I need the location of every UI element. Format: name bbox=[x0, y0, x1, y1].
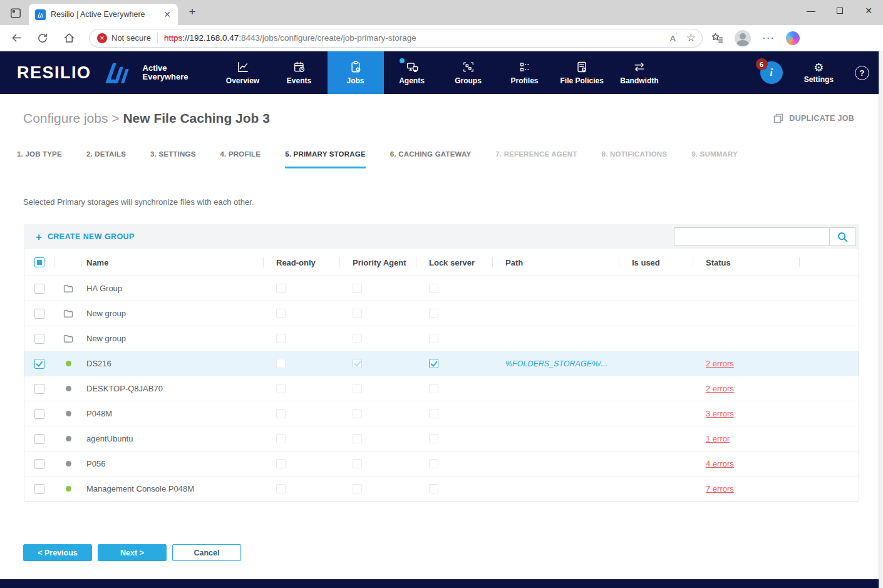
refresh-icon[interactable] bbox=[33, 28, 53, 48]
browser-toolbar: ✕ Not secure https://192.168.0.47:8443/j… bbox=[0, 25, 883, 51]
window-minimize-button[interactable]: — bbox=[797, 0, 825, 21]
groups-icon bbox=[462, 61, 475, 73]
priority-agent-checkbox bbox=[353, 284, 362, 293]
read-only-checkbox bbox=[276, 284, 286, 293]
browser-scrollbar[interactable] bbox=[879, 51, 883, 588]
search-button[interactable] bbox=[829, 228, 855, 245]
browser-tab[interactable]: Resilio | Active Everywhere ✕ bbox=[29, 4, 178, 25]
row-select-checkbox[interactable] bbox=[34, 284, 44, 294]
status-error-link[interactable]: 4 errors bbox=[706, 459, 734, 468]
resilio-logo-icon bbox=[104, 62, 130, 83]
tab-close-icon[interactable]: ✕ bbox=[162, 9, 173, 20]
lock-server-checkbox bbox=[429, 459, 438, 468]
nav-item-settings[interactable]: ⚙ Settings bbox=[804, 62, 834, 84]
storage-name: Management Console P048M bbox=[82, 477, 264, 501]
nav-item-overview[interactable]: Overview bbox=[215, 51, 271, 94]
lock-server-checkbox bbox=[429, 409, 438, 418]
status-error-link[interactable]: 1 error bbox=[706, 434, 730, 443]
nav-item-file-policies[interactable]: File Policies bbox=[553, 51, 611, 94]
read-aloud-icon[interactable]: Aʾ bbox=[670, 33, 678, 43]
row-select-checkbox[interactable] bbox=[34, 334, 44, 344]
table-row[interactable]: New group bbox=[24, 301, 859, 326]
copilot-icon[interactable] bbox=[786, 31, 800, 45]
create-new-group-button[interactable]: + CREATE NEW GROUP bbox=[36, 232, 135, 242]
row-select-checkbox[interactable] bbox=[34, 459, 44, 469]
step-primary-storage[interactable]: 5. PRIMARY STORAGE bbox=[285, 150, 366, 168]
not-secure-chip[interactable]: ✕ Not secure bbox=[97, 33, 151, 43]
app-navbar: RESILIO ActiveEverywhere Overview Events… bbox=[0, 51, 883, 94]
tab-actions-menu-icon[interactable] bbox=[8, 5, 24, 21]
priority-agent-checkbox bbox=[353, 484, 362, 493]
row-select-checkbox[interactable] bbox=[34, 484, 44, 494]
search-input[interactable] bbox=[674, 228, 829, 245]
cancel-button[interactable]: Cancel bbox=[172, 544, 241, 561]
previous-button[interactable]: < Previous bbox=[23, 544, 92, 561]
folder-icon bbox=[63, 283, 74, 294]
nav-item-profiles[interactable]: Profiles bbox=[497, 51, 553, 94]
gear-icon: ⚙ bbox=[813, 62, 824, 73]
row-select-checkbox[interactable] bbox=[34, 409, 44, 419]
status-error-link[interactable]: 3 errors bbox=[706, 409, 734, 418]
table-row[interactable]: P056 4 errors bbox=[24, 451, 859, 476]
step-details[interactable]: 2. DETAILS bbox=[86, 150, 126, 168]
read-only-checkbox bbox=[276, 409, 286, 418]
nav-item-jobs[interactable]: Jobs bbox=[328, 51, 384, 94]
table-row[interactable]: Management Console P048M 7 errors bbox=[24, 476, 859, 501]
help-icon[interactable]: ? bbox=[855, 66, 869, 80]
step-notifications: 8. NOTIFICATIONS bbox=[602, 150, 668, 168]
table-row[interactable]: DESKTOP-Q8JAB70 2 errors bbox=[24, 376, 859, 401]
step-settings[interactable]: 3. SETTINGS bbox=[150, 150, 196, 168]
lock-server-checkbox[interactable] bbox=[429, 359, 438, 368]
row-select-checkbox[interactable] bbox=[34, 309, 44, 319]
page-title: New File Caching Job 3 bbox=[123, 111, 270, 125]
notifications-info-button[interactable]: i 6 bbox=[760, 61, 783, 84]
url-text[interactable]: https://192.168.0.47:8443/jobs/configure… bbox=[164, 33, 665, 43]
nav-item-groups[interactable]: Groups bbox=[440, 51, 497, 94]
read-only-checkbox bbox=[276, 359, 286, 368]
status-error-link[interactable]: 2 errors bbox=[706, 384, 734, 393]
nav-item-agents[interactable]: Agents bbox=[384, 51, 440, 94]
row-select-checkbox[interactable] bbox=[34, 359, 44, 369]
col-header-path: Path bbox=[493, 249, 619, 276]
favorites-hub-icon[interactable] bbox=[711, 33, 723, 43]
table-row[interactable]: agentUbuntu 1 error bbox=[24, 426, 859, 451]
status-error-link[interactable]: 2 errors bbox=[706, 359, 734, 368]
nav-item-bandwidth[interactable]: Bandwidth bbox=[611, 51, 668, 94]
priority-agent-checkbox bbox=[353, 434, 362, 443]
online-status-dot bbox=[66, 461, 71, 467]
table-row[interactable]: DS216 %FOLDERS_STORAGE%/... 2 errors bbox=[24, 351, 859, 376]
table-row[interactable]: HA Group bbox=[24, 276, 859, 301]
breadcrumb-parent[interactable]: Configure jobs bbox=[23, 111, 108, 125]
table-row[interactable]: New group bbox=[24, 326, 859, 351]
new-tab-button[interactable]: + bbox=[184, 4, 200, 20]
read-only-checkbox bbox=[276, 434, 286, 443]
search-icon bbox=[837, 231, 849, 243]
read-only-checkbox bbox=[276, 309, 286, 318]
storage-table: Name Read-only Priority Agent Lock serve… bbox=[24, 249, 859, 502]
table-row[interactable]: P048M 3 errors bbox=[24, 401, 859, 426]
step-job-type[interactable]: 1. JOB TYPE bbox=[17, 150, 62, 168]
row-select-checkbox[interactable] bbox=[34, 434, 44, 444]
select-all-checkbox[interactable] bbox=[34, 257, 44, 267]
favorite-star-icon[interactable]: ☆ bbox=[686, 31, 696, 44]
duplicate-job-button[interactable]: DUPLICATE JOB bbox=[773, 113, 854, 123]
path-link[interactable]: %FOLDERS_STORAGE%/... bbox=[505, 359, 607, 368]
browser-menu-icon[interactable]: ··· bbox=[762, 32, 775, 44]
row-select-checkbox[interactable] bbox=[34, 384, 44, 394]
window-maximize-button[interactable] bbox=[825, 0, 854, 21]
storage-name: P048M bbox=[82, 401, 264, 426]
home-icon[interactable] bbox=[59, 28, 79, 48]
browser-profile-avatar[interactable] bbox=[735, 30, 751, 46]
priority-agent-checkbox bbox=[353, 409, 362, 418]
nav-item-events[interactable]: Events bbox=[271, 51, 328, 94]
next-button[interactable]: Next > bbox=[98, 544, 167, 561]
lock-server-checkbox bbox=[429, 334, 438, 343]
step-profile[interactable]: 4. PROFILE bbox=[220, 150, 261, 168]
priority-agent-checkbox[interactable] bbox=[353, 359, 362, 368]
back-icon[interactable] bbox=[6, 28, 26, 48]
not-secure-icon: ✕ bbox=[97, 33, 107, 43]
step-caching-gateway[interactable]: 6. CACHING GATEWAY bbox=[390, 150, 471, 168]
status-error-link[interactable]: 7 errors bbox=[706, 484, 734, 493]
window-close-button[interactable]: ✕ bbox=[854, 0, 883, 21]
url-bar[interactable]: ✕ Not secure https://192.168.0.47:8443/j… bbox=[89, 29, 703, 48]
